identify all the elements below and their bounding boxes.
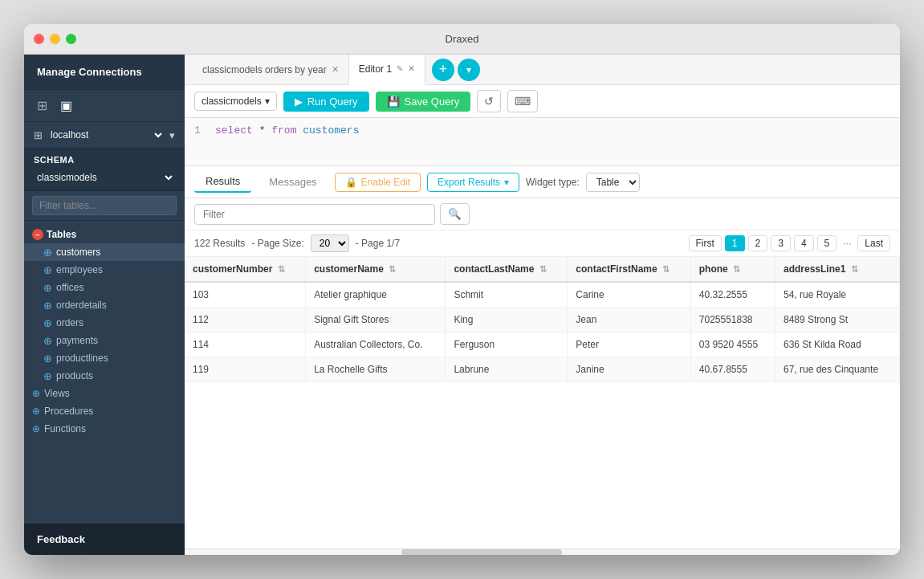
history-icon[interactable]: ↺	[477, 90, 501, 112]
sidebar-item-payments[interactable]: ⊕ payments ↻ ⊞	[24, 332, 185, 349]
cell-customerName: Atelier graphique	[306, 282, 446, 308]
sidebar-item-products[interactable]: ⊕ products ↻ ⊞	[24, 367, 185, 385]
cell-customerName: La Rochelle Gifts	[306, 357, 446, 382]
results-filter-input[interactable]	[194, 204, 435, 225]
table-row: 112Signal Gift StoresKingJean70255518388…	[185, 308, 900, 332]
sidebar-item-orderdetails[interactable]: ⊕ orderdetails ↻ ⊞	[24, 296, 185, 314]
run-icon: ▶	[295, 96, 303, 108]
page-size-select[interactable]: 20	[311, 234, 349, 252]
connection-selector: ⊞ localhost ▾	[24, 122, 185, 149]
export-results-button[interactable]: Export Results ▾	[427, 173, 519, 192]
tab-dropdown-button[interactable]: ▾	[458, 59, 480, 81]
schema-select[interactable]: classicmodels	[34, 171, 175, 184]
database-icon[interactable]: ⊞	[37, 98, 47, 113]
database-selector[interactable]: classicmodels ▾	[194, 92, 277, 111]
export-chevron-icon: ▾	[504, 177, 509, 188]
item-label: employees	[56, 264, 103, 275]
filter-search-button[interactable]: 🔍	[440, 203, 470, 225]
tab-editor1[interactable]: Editor 1 ✎ ✕	[349, 55, 425, 85]
page-2-button[interactable]: 2	[748, 235, 768, 251]
col-contactLastName[interactable]: contactLastName ⇅	[446, 257, 568, 282]
schema-label: Schema	[24, 149, 185, 168]
page-1-button[interactable]: 1	[725, 235, 745, 251]
grid-icon[interactable]: ⊞	[164, 316, 177, 329]
table-header-row: customerNumber ⇅ customerName ⇅ contactL…	[185, 257, 900, 282]
refresh-icon[interactable]: ↻	[149, 246, 161, 259]
grid-icon[interactable]: ⊞	[164, 369, 177, 382]
item-label: productlines	[56, 353, 108, 364]
col-contactFirstName[interactable]: contactFirstName ⇅	[568, 257, 690, 282]
cell-phone: 40.67.8555	[690, 357, 775, 382]
item-label: products	[56, 370, 93, 381]
sidebar-item-offices[interactable]: ⊕ offices ↻ ⊞	[24, 279, 185, 296]
tab-classicmodels-orders[interactable]: classicmodels orders by year ✕	[193, 55, 349, 85]
cell-contactLastName: Ferguson	[446, 332, 568, 357]
save-query-button[interactable]: 💾 Save Query	[376, 92, 471, 112]
col-phone[interactable]: phone ⇅	[690, 257, 775, 282]
refresh-icon[interactable]: ↻	[149, 369, 161, 382]
grid-icon[interactable]: ⊞	[164, 263, 177, 276]
refresh-icon[interactable]: ↻	[149, 316, 161, 329]
tab-close-icon[interactable]: ✕	[332, 64, 339, 75]
refresh-icon[interactable]: ↻	[149, 299, 161, 312]
table-icon[interactable]: ▣	[60, 98, 72, 113]
sidebar-item-productlines[interactable]: ⊕ productlines ↻ ⊞	[24, 349, 185, 367]
grid-icon[interactable]: ⊞	[164, 281, 177, 294]
views-section[interactable]: ⊕ Views	[24, 385, 185, 402]
col-addressLine1[interactable]: addressLine1 ⇅	[775, 257, 899, 282]
item-label: payments	[56, 335, 98, 346]
run-query-button[interactable]: ▶ Run Query	[283, 92, 369, 112]
results-tab[interactable]: Results	[194, 171, 251, 193]
pagination-row: 122 Results - Page Size: 20 - Page 1/7 F…	[185, 230, 900, 257]
page-4-button[interactable]: 4	[794, 235, 814, 251]
widget-type-select[interactable]: Table	[586, 173, 640, 192]
tab-close-icon[interactable]: ✕	[408, 63, 415, 74]
minimize-button[interactable]	[50, 34, 60, 44]
sidebar-item-orders[interactable]: ⊕ orders ↻ ⊞	[24, 314, 185, 332]
first-page-button[interactable]: First	[689, 235, 722, 251]
connection-select[interactable]: localhost	[47, 128, 165, 141]
page-5-button[interactable]: 5	[817, 235, 837, 251]
sort-icon: ⇅	[851, 264, 858, 274]
new-tab-button[interactable]: +	[432, 59, 454, 81]
save-icon: 💾	[387, 96, 400, 108]
refresh-icon[interactable]: ↻	[149, 263, 161, 276]
sidebar-item-customers[interactable]: ⊕ customers ↻ ⊞	[24, 243, 185, 261]
horizontal-scrollbar[interactable]	[185, 548, 900, 555]
tab-edit-icon: ✎	[397, 64, 403, 73]
item-label: customers	[56, 247, 100, 258]
code-editor[interactable]: 1 select * from customers	[185, 118, 900, 166]
maximize-button[interactable]	[66, 34, 76, 44]
close-button[interactable]	[34, 34, 44, 44]
feedback-button[interactable]: Feedback	[24, 524, 185, 555]
procedures-section[interactable]: ⊕ Procedures	[24, 402, 185, 420]
enable-edit-button[interactable]: 🔒 Enable Edit	[335, 173, 421, 192]
grid-icon[interactable]: ⊞	[164, 246, 177, 259]
connection-db-icon: ⊞	[34, 129, 43, 141]
tables-group[interactable]: − Tables	[24, 226, 185, 243]
grid-icon[interactable]: ⊞	[164, 299, 177, 312]
item-expand-icon: ⊕	[43, 265, 52, 275]
keyboard-icon[interactable]: ⌨	[507, 90, 538, 112]
grid-icon[interactable]: ⊞	[164, 334, 177, 347]
col-customerNumber[interactable]: customerNumber ⇅	[185, 257, 306, 282]
col-customerName[interactable]: customerName ⇅	[306, 257, 446, 282]
cell-contactLastName: Schmit	[446, 282, 568, 308]
refresh-icon[interactable]: ↻	[149, 281, 161, 294]
refresh-icon[interactable]: ↻	[149, 334, 161, 347]
lock-icon: 🔒	[345, 177, 357, 188]
refresh-icon[interactable]: ↻	[149, 352, 161, 365]
views-expand-icon: ⊕	[32, 388, 40, 399]
page-3-button[interactable]: 3	[771, 235, 791, 251]
last-page-button[interactable]: Last	[857, 235, 890, 251]
grid-icon[interactable]: ⊞	[164, 352, 177, 365]
tree-area: − Tables ⊕ customers ↻ ⊞ ⊕	[24, 221, 185, 524]
search-icon: 🔍	[448, 208, 462, 220]
messages-tab[interactable]: Messages	[258, 172, 328, 192]
sort-icon: ⇅	[539, 264, 547, 274]
table-filter-input[interactable]	[32, 196, 177, 215]
functions-section[interactable]: ⊕ Functions	[24, 420, 185, 438]
sort-icon: ⇅	[278, 264, 285, 274]
save-label: Save Query	[405, 96, 460, 108]
sidebar-item-employees[interactable]: ⊕ employees ↻ ⊞	[24, 261, 185, 279]
